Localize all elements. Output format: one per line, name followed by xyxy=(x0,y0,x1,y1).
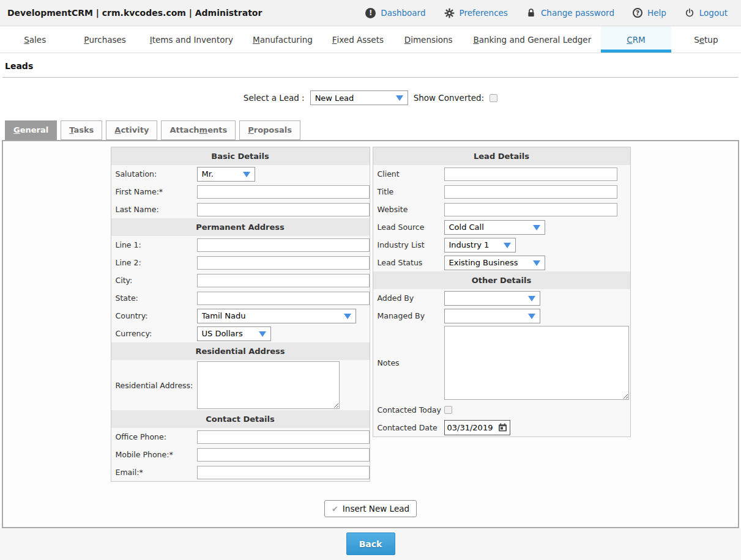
lead-details-header: Lead Details xyxy=(373,147,630,165)
select-lead-label: Select a Lead : xyxy=(244,93,305,103)
salutation-label: Salutation: xyxy=(111,169,197,179)
lead-status-select[interactable]: Existing Business xyxy=(444,256,545,270)
mobile-phone-input[interactable] xyxy=(197,448,370,462)
title-input[interactable] xyxy=(444,185,617,199)
menu-item-manufacturing[interactable]: Manufacturing xyxy=(243,26,322,53)
tab-proposals[interactable]: Proposals xyxy=(239,120,300,140)
notes-textarea[interactable] xyxy=(444,326,629,400)
basic-details-header: Basic Details xyxy=(111,147,370,165)
show-converted-checkbox[interactable] xyxy=(490,94,497,102)
contacted-today-label: Contacted Today xyxy=(373,405,444,414)
residential-address-header: Residential Address xyxy=(111,342,370,360)
dashboard-link-label: Dashboard xyxy=(381,8,425,18)
currency-select[interactable]: US Dollars xyxy=(197,326,271,341)
right-form-table: Lead Details Client Title Website Lead S… xyxy=(373,147,631,437)
menu-item-setup[interactable]: Setup xyxy=(671,26,741,53)
residential-address-textarea[interactable] xyxy=(197,361,340,409)
app-title: DevelopmentCRM | crm.kvcodes.com | Admin… xyxy=(7,8,262,18)
managed-by-label: Managed By xyxy=(373,311,444,320)
dashboard-link[interactable]: ! Dashboard xyxy=(365,8,425,18)
residential-address-label: Residential Address: xyxy=(111,381,197,390)
insert-new-lead-label: Insert New Lead xyxy=(343,504,409,514)
client-input[interactable] xyxy=(444,168,617,181)
contacted-today-checkbox[interactable] xyxy=(444,406,452,414)
contacted-date-value: 03/31/2019 xyxy=(447,423,493,432)
line1-row: Line 1: xyxy=(111,236,370,254)
top-bar: DevelopmentCRM | crm.kvcodes.com | Admin… xyxy=(0,0,741,26)
salutation-row: Salutation: Mr. xyxy=(111,165,370,183)
country-select[interactable]: Tamil Nadu xyxy=(197,309,356,323)
change-password-link[interactable]: Change password xyxy=(526,8,614,18)
added-by-select[interactable] xyxy=(444,291,540,306)
mobile-phone-row: Mobile Phone:* xyxy=(111,446,370,463)
chevron-down-icon xyxy=(533,225,540,230)
logout-link[interactable]: Logout xyxy=(685,8,728,18)
help-link[interactable]: ? Help xyxy=(633,8,666,18)
email-input[interactable] xyxy=(197,466,370,479)
last-name-row: Last Name: xyxy=(111,201,370,218)
last-name-input[interactable] xyxy=(197,203,370,216)
lead-source-row: Lead Source Cold Call xyxy=(373,218,630,236)
preferences-link-label: Preferences xyxy=(460,8,508,18)
chevron-down-icon xyxy=(243,172,250,177)
lead-status-select-value: Existing Business xyxy=(449,258,518,267)
managed-by-select[interactable] xyxy=(444,309,540,323)
help-link-label: Help xyxy=(647,8,666,18)
lock-icon xyxy=(526,8,536,18)
menu-item-fixed-assets[interactable]: Fixed Assets xyxy=(322,26,393,53)
first-name-label: First Name:* xyxy=(111,187,197,196)
industry-list-select[interactable]: Industry 1 xyxy=(444,238,516,252)
state-input[interactable] xyxy=(197,292,370,305)
office-phone-input[interactable] xyxy=(197,430,370,444)
website-input[interactable] xyxy=(444,203,617,216)
state-row: State: xyxy=(111,289,370,307)
email-label: Email:* xyxy=(111,468,197,477)
client-row: Client xyxy=(373,165,630,183)
salutation-select[interactable]: Mr. xyxy=(197,167,255,182)
country-label: Country: xyxy=(111,311,197,320)
first-name-input[interactable] xyxy=(197,185,370,199)
notes-label: Notes xyxy=(373,358,444,367)
tab-attachments[interactable]: Attachments xyxy=(161,120,236,140)
line2-label: Line 2: xyxy=(111,258,197,267)
contacted-date-input[interactable]: 03/31/2019 xyxy=(444,420,510,435)
lead-status-label: Lead Status xyxy=(373,258,444,267)
lead-source-label: Lead Source xyxy=(373,223,444,232)
first-name-row: First Name:* xyxy=(111,183,370,201)
menu-item-sales[interactable]: Sales xyxy=(0,26,70,53)
menu-item-crm[interactable]: CRM xyxy=(601,26,671,53)
line1-input[interactable] xyxy=(197,238,370,252)
power-icon xyxy=(685,8,694,18)
currency-row: Currency: US Dollars xyxy=(111,325,370,342)
lead-select[interactable]: New Lead xyxy=(310,90,408,105)
lead-source-select[interactable]: Cold Call xyxy=(444,220,545,235)
menu-item-dimensions[interactable]: Dimensions xyxy=(393,26,463,53)
insert-row: ✔ Insert New Lead xyxy=(3,500,738,517)
line1-label: Line 1: xyxy=(111,240,197,249)
chevron-down-icon xyxy=(344,314,351,319)
last-name-label: Last Name: xyxy=(111,205,197,214)
exclamation-circle-icon: ! xyxy=(365,8,376,18)
lead-select-value: New Lead xyxy=(315,94,354,103)
city-input[interactable] xyxy=(197,274,370,287)
tab-general[interactable]: General xyxy=(5,120,57,140)
tab-tasks[interactable]: Tasks xyxy=(61,120,102,140)
preferences-link[interactable]: Preferences xyxy=(444,8,508,18)
industry-list-row: Industry List Industry 1 xyxy=(373,236,630,254)
insert-new-lead-button[interactable]: ✔ Insert New Lead xyxy=(324,500,417,517)
page-title: Leads xyxy=(0,53,741,77)
city-label: City: xyxy=(111,276,197,285)
industry-list-label: Industry List xyxy=(373,240,444,249)
notes-row: Notes xyxy=(373,325,630,401)
menu-item-banking-and-general-ledger[interactable]: Banking and General Ledger xyxy=(463,26,601,53)
menu-item-items-and-inventory[interactable]: Items and Inventory xyxy=(140,26,243,53)
currency-select-value: US Dollars xyxy=(202,329,243,338)
line2-input[interactable] xyxy=(197,256,370,270)
tab-activity[interactable]: Activity xyxy=(106,120,157,140)
logout-link-label: Logout xyxy=(699,8,728,18)
back-button[interactable]: Back xyxy=(346,532,395,555)
chevron-down-icon xyxy=(528,296,535,301)
menu-item-purchases[interactable]: Purchases xyxy=(70,26,140,53)
website-label: Website xyxy=(373,205,444,214)
calendar-icon[interactable] xyxy=(498,423,507,432)
